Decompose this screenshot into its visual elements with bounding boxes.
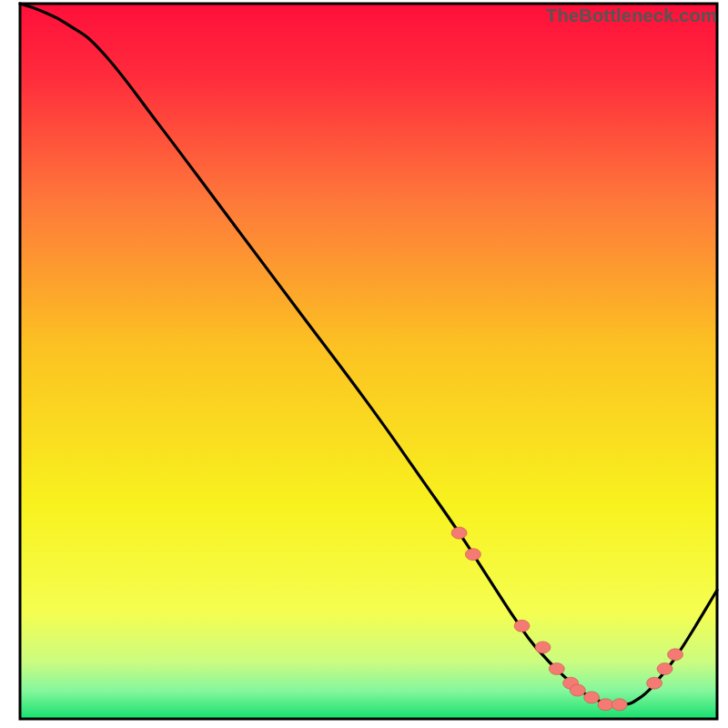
gradient-background — [20, 4, 717, 719]
marker-dot — [514, 620, 530, 632]
marker-dot — [570, 684, 585, 696]
marker-dot — [535, 642, 551, 653]
chart-root: TheBottleneck.com — [0, 0, 728, 728]
marker-dot — [668, 649, 683, 661]
plot-area — [20, 4, 717, 719]
marker-dot — [612, 699, 627, 711]
watermark-text: TheBottleneck.com — [546, 5, 717, 26]
marker-dot — [647, 677, 662, 689]
marker-dot — [598, 699, 613, 711]
marker-dot — [657, 662, 672, 674]
chart-svg — [0, 0, 728, 728]
marker-dot — [549, 662, 564, 674]
marker-dot — [465, 549, 480, 561]
marker-dot — [584, 692, 600, 703]
marker-dot — [451, 527, 467, 539]
